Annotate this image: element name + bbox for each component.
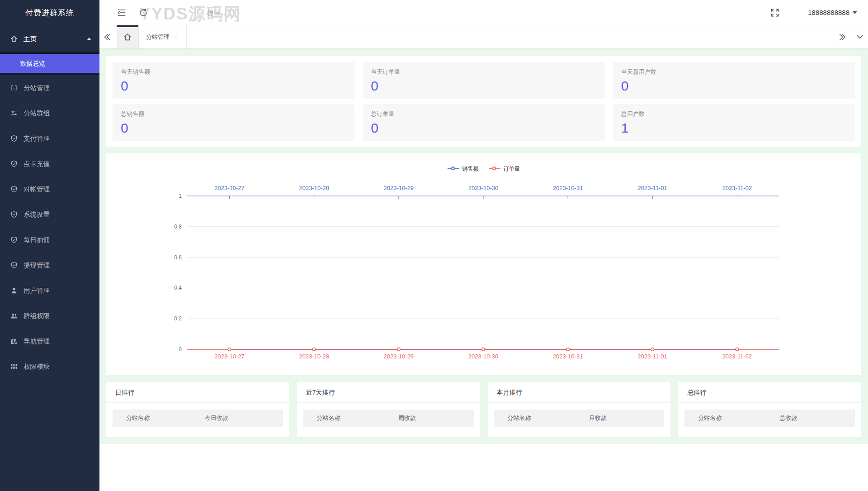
sidebar-item-label: 对帐管理 <box>24 185 50 194</box>
stat-value: 0 <box>121 120 346 135</box>
app-title: 付费进群系统 <box>0 0 99 26</box>
sidebar-item-permission-modules[interactable]: 权限模块 <box>0 354 99 379</box>
columns-icon <box>10 84 18 92</box>
sidebar-item-system-settings[interactable]: 系统设置 <box>0 202 99 227</box>
active-tab-indicator <box>117 25 138 27</box>
rank-table-header: 分站名称月收款 <box>494 410 665 427</box>
svg-text:2023-10-29: 2023-10-29 <box>384 353 414 360</box>
rank-col-site-name: 分站名称 <box>303 414 372 422</box>
sidebar-item-label: 用户管理 <box>24 286 50 295</box>
top-header: 18888888888 <box>99 0 868 25</box>
tabs-scroll-left-button[interactable] <box>99 25 115 48</box>
stat-label: 当天销售额 <box>121 68 346 76</box>
sidebar-item-data-overview[interactable]: 数据总览 <box>0 54 99 73</box>
stat-card: 当天订单量0 <box>363 62 604 99</box>
stat-value: 1 <box>621 120 847 135</box>
modules-icon <box>10 362 18 371</box>
svg-text:2023-11-02: 2023-11-02 <box>722 353 752 360</box>
stat-card: 当天销售额0 <box>113 62 354 99</box>
stat-value: 0 <box>121 78 346 93</box>
sidebar-item-group-permissions[interactable]: 群组权限 <box>0 303 99 329</box>
stat-label: 当天订单量 <box>371 68 596 76</box>
sidebar-item-label: 分站群组 <box>24 109 50 118</box>
stat-value: 0 <box>371 120 596 135</box>
rank-card-title: 日排行 <box>106 382 289 403</box>
legend-item[interactable]: 订单量 <box>489 165 520 173</box>
sidebar-item-withdrawal-management[interactable]: 提现管理 <box>0 253 99 278</box>
svg-text:2023-10-28: 2023-10-28 <box>299 185 329 191</box>
fullscreen-icon[interactable] <box>770 8 780 18</box>
user-icon <box>10 286 18 295</box>
bottom-filler <box>99 444 868 491</box>
rank-col-site-name: 分站名称 <box>113 414 181 422</box>
svg-text:2023-10-31: 2023-10-31 <box>553 185 583 191</box>
tab-bar: 分站管理 <box>99 25 868 49</box>
svg-text:2023-11-02: 2023-11-02 <box>722 185 752 191</box>
sidebar-item-label: 提现管理 <box>24 261 50 270</box>
submenu: 数据总览 <box>0 52 99 75</box>
sidebar-item-label: 系统设置 <box>24 210 50 219</box>
svg-text:2023-11-01: 2023-11-01 <box>638 185 668 191</box>
sidebar-item-label: 导航管理 <box>24 337 50 346</box>
caret-up-icon <box>87 38 91 40</box>
books-icon <box>10 337 18 345</box>
account-dropdown[interactable]: 18888888888 <box>808 9 857 16</box>
ranking-row: 日排行分站名称今日收款近7天排行分站名称周收款本月排行分站名称月收款总排行分站名… <box>106 382 861 437</box>
stat-label: 当天新用户数 <box>621 68 847 76</box>
tab-label: 分站管理 <box>146 33 170 41</box>
main-area: 18888888888 分站管理 YYDS源码网 <box>99 0 868 491</box>
stat-value: 0 <box>621 78 847 93</box>
search-input[interactable] <box>208 9 334 16</box>
sidebar-item-user-management[interactable]: 用户管理 <box>0 278 99 303</box>
sidebar-item-reconciliation-management[interactable]: 对帐管理 <box>0 176 99 202</box>
rank-table-header: 分站名称今日收款 <box>113 410 283 427</box>
sidebar-item-navigation-management[interactable]: 导航管理 <box>0 329 99 354</box>
sidebar-item-home[interactable]: 主页 <box>0 26 99 52</box>
svg-text:2023-10-28: 2023-10-28 <box>299 353 329 360</box>
rank-col-amount: 周收款 <box>371 414 443 422</box>
tab-home[interactable] <box>117 25 139 48</box>
rank-col-amount: 总收款 <box>753 414 824 422</box>
shield-check-icon <box>10 261 18 269</box>
rank-card-title: 近7天排行 <box>297 382 480 403</box>
shield-check-icon <box>10 134 18 143</box>
tabs-scroll-right-button[interactable] <box>834 25 851 48</box>
sidebar-menu: 主页数据总览分站管理分站群组支付管理点卡充值对帐管理系统设置每日抽佣提现管理用户… <box>0 26 99 379</box>
chart-legend: 销售额订单量 <box>106 164 861 173</box>
stat-label: 总销售额 <box>121 110 346 118</box>
legend-line-marker-icon <box>489 168 500 169</box>
page-content: 当天销售额0当天订单量0当天新用户数0总销售额0总订单量0总用户数1 销售额订单… <box>99 49 868 444</box>
tabs-collapse-button[interactable] <box>851 25 868 48</box>
refresh-icon[interactable] <box>138 8 148 18</box>
svg-text:2023-10-27: 2023-10-27 <box>214 185 244 191</box>
svg-text:2023-10-31: 2023-10-31 <box>553 353 583 360</box>
legend-item[interactable]: 销售额 <box>448 165 479 173</box>
sidebar-item-label: 支付管理 <box>24 134 50 143</box>
rank-col-amount: 月收款 <box>562 414 633 422</box>
sidebar-item-substation-management[interactable]: 分站管理 <box>0 75 99 100</box>
total-ranking-card: 总排行分站名称总收款 <box>678 382 861 437</box>
sidebar-item-payment-management[interactable]: 支付管理 <box>0 126 99 151</box>
sidebar-item-label: 群组权限 <box>24 312 50 320</box>
svg-text:0.4: 0.4 <box>174 285 182 291</box>
sidebar-item-substation-groups[interactable]: 分站群组 <box>0 100 99 126</box>
svg-text:2023-11-01: 2023-11-01 <box>638 353 668 360</box>
caret-down-icon <box>853 11 857 14</box>
chevrons-left-icon <box>102 32 112 42</box>
menu-fold-icon[interactable] <box>117 8 127 18</box>
svg-text:2023-10-27: 2023-10-27 <box>214 353 244 360</box>
svg-text:0.6: 0.6 <box>174 254 182 261</box>
rank-col-site-name: 分站名称 <box>684 414 753 422</box>
tab-substation-management[interactable]: 分站管理 <box>139 25 187 48</box>
stat-card: 总销售额0 <box>113 104 354 141</box>
chevron-down-icon <box>855 32 865 42</box>
daily-ranking-card: 日排行分站名称今日收款 <box>106 382 289 437</box>
rank-card-title: 本月排行 <box>488 382 671 403</box>
shield-check-icon <box>10 160 18 168</box>
rank-col-amount: 今日收款 <box>181 414 252 422</box>
sidebar-item-card-recharge[interactable]: 点卡充值 <box>0 151 99 176</box>
sliders-icon <box>10 109 18 117</box>
legend-label: 订单量 <box>503 165 520 173</box>
sidebar-item-daily-commission[interactable]: 每日抽佣 <box>0 227 99 253</box>
close-icon[interactable] <box>174 34 179 39</box>
